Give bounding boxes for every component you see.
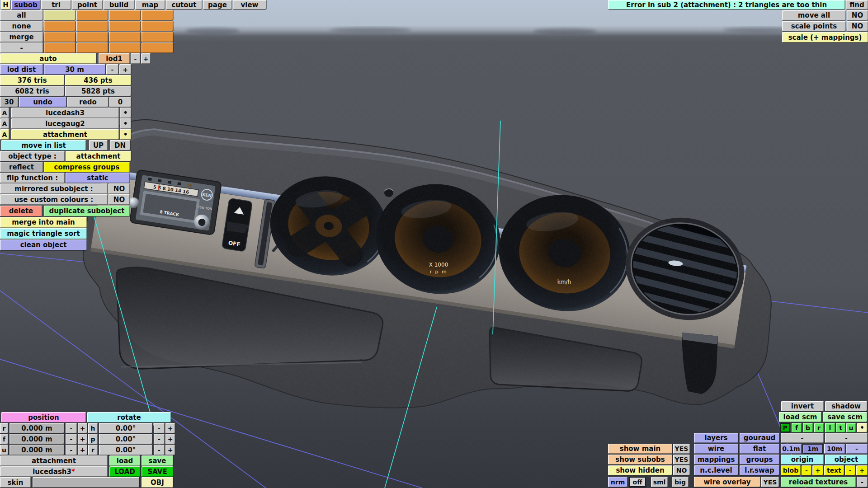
menu-view[interactable]: view — [233, 0, 266, 9]
subobject-visible-dot-3[interactable]: • — [120, 129, 131, 140]
channel-t-button[interactable]: t — [836, 423, 845, 432]
channel-l-button[interactable]: l — [825, 423, 835, 432]
lod-dist-minus[interactable]: - — [106, 64, 118, 75]
invert-button[interactable]: invert — [781, 401, 824, 411]
object-button[interactable]: object — [825, 455, 868, 465]
auto-button[interactable]: auto — [0, 53, 96, 64]
menu-point[interactable]: point — [72, 0, 103, 9]
merge-into-main-button[interactable]: merge into main — [0, 217, 87, 228]
lod1-button[interactable]: lod1 — [99, 53, 130, 64]
rotate-p-minus[interactable]: - — [154, 434, 165, 444]
model-save-button[interactable]: SAVE — [142, 466, 173, 477]
lod-minus-button[interactable]: - — [131, 53, 140, 64]
shading-minus-2[interactable]: - — [825, 433, 868, 443]
reflect-button[interactable]: reflect — [0, 162, 43, 172]
grid-1m-button[interactable]: 1m — [802, 444, 823, 454]
attachment-load-button[interactable]: load — [109, 455, 140, 466]
flip-function-value[interactable]: static — [66, 173, 130, 183]
subobject-cell-r3c1[interactable] — [44, 32, 75, 42]
subobject-cell-r4c1[interactable] — [44, 42, 75, 53]
origin-button[interactable]: origin — [781, 455, 824, 465]
subobject-cell-r2c1[interactable] — [44, 21, 75, 31]
grid-10m-button[interactable]: 10m — [824, 444, 845, 454]
subobject-cell-r1c4[interactable] — [142, 10, 173, 20]
reload-textures-button[interactable]: reload textures — [781, 477, 856, 487]
text-minus-button[interactable]: - — [845, 465, 855, 475]
rotate-r-value[interactable]: 0.00° — [99, 445, 152, 455]
subobject-cell-r3c4[interactable] — [142, 32, 173, 42]
lod-dist-plus[interactable]: + — [119, 64, 131, 75]
gouraud-button[interactable]: gouraud — [740, 433, 779, 443]
move-all-button[interactable]: move all — [782, 10, 846, 20]
groups-button[interactable]: groups — [740, 455, 779, 465]
minus-row-button[interactable]: - — [0, 42, 43, 53]
subobject-item-lucegaug2[interactable]: lucegaug2 — [11, 118, 119, 129]
show-hidden-toggle[interactable]: NO — [673, 465, 690, 475]
rotate-h-plus[interactable]: + — [165, 423, 175, 433]
subobject-cell-r2c2[interactable] — [76, 21, 108, 31]
subobject-cell-r1c2[interactable] — [76, 10, 108, 20]
move-all-toggle[interactable]: NO — [847, 10, 868, 20]
rotate-r-minus[interactable]: - — [154, 445, 165, 455]
menu-tri[interactable]: tri — [41, 0, 71, 9]
position-r-minus[interactable]: - — [66, 423, 77, 433]
lod-plus-button[interactable]: + — [141, 53, 151, 64]
rotate-h-value[interactable]: 0.00° — [99, 423, 152, 433]
object-type-value[interactable]: attachment — [66, 151, 131, 161]
subobject-item-lucedash3[interactable]: lucedash3 — [11, 108, 119, 118]
subobject-cell-r3c3[interactable] — [109, 32, 141, 42]
position-f-plus[interactable]: + — [78, 434, 87, 444]
rotate-r-plus[interactable]: + — [165, 445, 175, 455]
position-r-plus[interactable]: + — [78, 423, 87, 433]
load-scm-button[interactable]: load scm — [779, 412, 821, 422]
move-down-button[interactable]: DN — [110, 140, 130, 150]
clean-object-button[interactable]: clean object — [0, 239, 87, 250]
menu-h[interactable]: H — [1, 0, 10, 9]
show-main-button[interactable]: show main — [608, 444, 672, 454]
save-scm-button[interactable]: save scm — [823, 412, 867, 422]
subobject-visible-dot-1[interactable]: • — [120, 108, 131, 118]
attachment-save-button[interactable]: save — [142, 455, 173, 466]
show-subobs-button[interactable]: show subobs — [608, 455, 672, 465]
rotate-h-minus[interactable]: - — [154, 423, 165, 433]
channel-b-button[interactable]: b — [803, 423, 813, 432]
duplicate-subobject-button[interactable]: duplicate subobject — [44, 206, 130, 216]
menu-page[interactable]: page — [203, 0, 232, 9]
rotate-p-value[interactable]: 0.00° — [99, 434, 152, 444]
scale-mappings-button[interactable]: scale (+ mappings) — [782, 32, 868, 42]
merge-button[interactable]: merge — [0, 32, 43, 42]
show-subobs-toggle[interactable]: YES — [673, 455, 690, 465]
show-hidden-button[interactable]: show hidden — [608, 465, 672, 475]
subobject-cell-r4c4[interactable] — [142, 42, 173, 53]
subobject-cell-r1c3[interactable] — [109, 10, 141, 20]
lr-swap-button[interactable]: l.r.swap — [740, 465, 779, 475]
wire-overlay-toggle[interactable]: YES — [761, 477, 779, 487]
channel-u-button[interactable]: u — [846, 423, 856, 432]
model-load-button[interactable]: LOAD — [109, 466, 140, 477]
shadow-button[interactable]: shadow — [825, 401, 867, 411]
grid-minus-button[interactable]: - — [846, 444, 868, 454]
scale-points-button[interactable]: scale points — [782, 21, 846, 31]
flat-button[interactable]: flat — [740, 444, 779, 454]
texture-minus-button[interactable]: - — [857, 477, 868, 487]
wire-overlay-button[interactable]: wire overlay — [694, 477, 760, 487]
obj-export-button[interactable]: OBJ — [142, 477, 173, 488]
nrm-button[interactable]: nrm — [608, 477, 627, 487]
layers-button[interactable]: layers — [694, 433, 738, 443]
channel-f-button[interactable]: f — [792, 423, 802, 432]
move-up-button[interactable]: UP — [89, 140, 108, 150]
menu-map[interactable]: map — [135, 0, 165, 9]
position-r-value[interactable]: 0.000 m — [9, 423, 64, 433]
find-button[interactable]: find — [846, 0, 868, 9]
select-all-button[interactable]: all — [0, 10, 43, 20]
nrm-big-button[interactable]: big — [672, 477, 689, 487]
subobject-cell-r1c1[interactable] — [44, 10, 75, 20]
position-u-minus[interactable]: - — [66, 445, 77, 455]
compress-groups-button[interactable]: compress groups — [44, 162, 130, 172]
delete-button[interactable]: delete — [0, 206, 42, 216]
subobject-visible-dot-2[interactable]: • — [120, 118, 131, 129]
text-plus-button[interactable]: + — [856, 465, 868, 475]
subobject-cell-r2c3[interactable] — [109, 21, 141, 31]
select-none-button[interactable]: none — [0, 21, 43, 31]
subobject-cell-r2c4[interactable] — [142, 21, 173, 31]
